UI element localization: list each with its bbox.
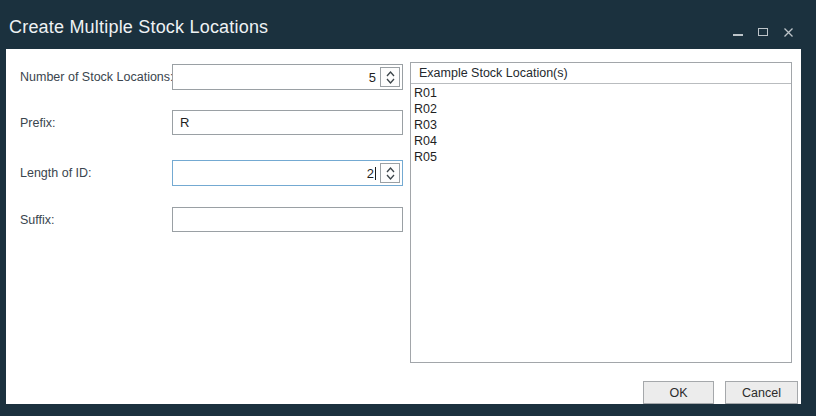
list-item[interactable]: R01: [411, 85, 791, 101]
length-of-id-input[interactable]: 2: [172, 160, 403, 186]
text-caret: [375, 167, 376, 180]
dialog-content: Number of Stock Locations: 5 Prefix: R L…: [6, 49, 801, 404]
length-of-id-spinner[interactable]: [380, 163, 400, 183]
minimize-button[interactable]: [732, 25, 744, 39]
maximize-button[interactable]: [757, 25, 769, 39]
prefix-value: R: [173, 111, 402, 134]
spinner-up-icon: [386, 167, 395, 173]
spinner-down-icon: [386, 174, 395, 180]
list-item[interactable]: R05: [411, 149, 791, 165]
spinner-down-icon: [386, 78, 395, 84]
length-of-id-value: 2: [173, 161, 380, 185]
ok-button[interactable]: OK: [643, 381, 714, 404]
window-controls: [732, 25, 794, 39]
number-of-stock-locations-label: Number of Stock Locations:: [20, 64, 174, 90]
prefix-label: Prefix:: [20, 110, 55, 135]
spinner-up-icon: [386, 71, 395, 77]
example-stock-locations-panel: Example Stock Location(s) R01 R02 R03 R0…: [410, 62, 792, 363]
suffix-label: Suffix:: [20, 207, 55, 232]
list-item[interactable]: R03: [411, 117, 791, 133]
prefix-input[interactable]: R: [172, 110, 403, 135]
titlebar[interactable]: Create Multiple Stock Locations: [0, 0, 816, 49]
suffix-value: [173, 208, 402, 231]
example-stock-locations-header[interactable]: Example Stock Location(s): [411, 63, 791, 84]
suffix-input[interactable]: [172, 207, 403, 232]
number-of-stock-locations-spinner[interactable]: [380, 67, 400, 87]
window-title: Create Multiple Stock Locations: [9, 17, 268, 38]
list-item[interactable]: R02: [411, 101, 791, 117]
length-of-id-label: Length of ID:: [20, 160, 92, 186]
cancel-button[interactable]: Cancel: [725, 381, 798, 404]
example-stock-locations-list: R01 R02 R03 R04 R05: [411, 84, 791, 165]
dialog-window: Create Multiple Stock Locations Number o…: [0, 0, 816, 416]
close-icon: [784, 28, 793, 37]
list-item[interactable]: R04: [411, 133, 791, 149]
close-button[interactable]: [782, 25, 794, 39]
minimize-icon: [733, 34, 743, 36]
number-of-stock-locations-input[interactable]: 5: [172, 64, 403, 90]
number-of-stock-locations-value: 5: [173, 65, 380, 89]
maximize-icon: [758, 28, 768, 36]
